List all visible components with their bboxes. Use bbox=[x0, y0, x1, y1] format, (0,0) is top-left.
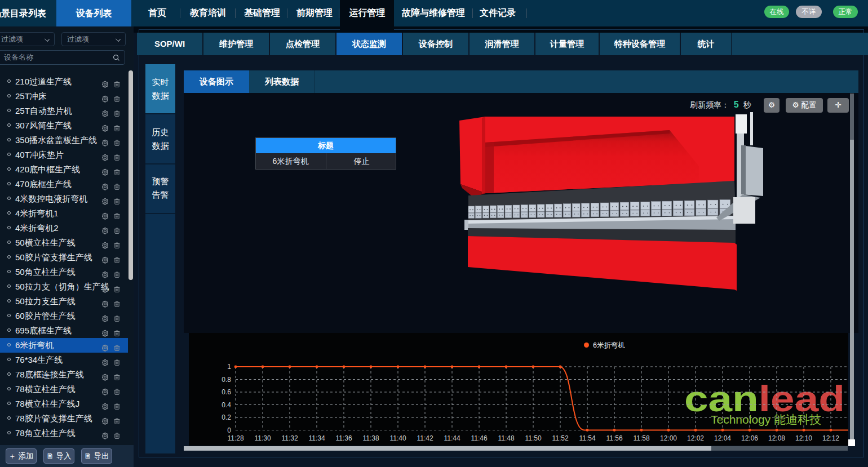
svg-text:11:58: 11:58 bbox=[633, 434, 649, 442]
svg-text:11:40: 11:40 bbox=[389, 434, 406, 442]
svg-text:12:04: 12:04 bbox=[714, 434, 731, 442]
svg-text:11:38: 11:38 bbox=[362, 434, 379, 442]
svg-text:11:42: 11:42 bbox=[417, 434, 433, 442]
svg-text:12:02: 12:02 bbox=[687, 434, 704, 442]
svg-text:0.8: 0.8 bbox=[222, 376, 231, 384]
svg-text:11:36: 11:36 bbox=[335, 434, 352, 442]
svg-text:1: 1 bbox=[227, 363, 231, 371]
svg-text:11:48: 11:48 bbox=[498, 434, 514, 442]
svg-text:11:34: 11:34 bbox=[308, 434, 325, 442]
svg-text:11:56: 11:56 bbox=[606, 434, 622, 442]
svg-text:11:32: 11:32 bbox=[281, 434, 298, 442]
svg-text:12:08: 12:08 bbox=[768, 434, 785, 442]
svg-text:0: 0 bbox=[227, 426, 231, 434]
svg-text:12:10: 12:10 bbox=[795, 434, 812, 442]
svg-text:11:28: 11:28 bbox=[227, 434, 243, 442]
svg-text:12:06: 12:06 bbox=[741, 434, 758, 442]
svg-text:11:50: 11:50 bbox=[525, 434, 541, 442]
svg-text:0.4: 0.4 bbox=[222, 401, 231, 409]
svg-text:0.2: 0.2 bbox=[222, 413, 231, 421]
svg-text:11:46: 11:46 bbox=[471, 434, 487, 442]
svg-text:11:44: 11:44 bbox=[444, 434, 460, 442]
svg-text:11:52: 11:52 bbox=[552, 434, 568, 442]
svg-text:11:30: 11:30 bbox=[254, 434, 271, 442]
svg-text:12:12: 12:12 bbox=[822, 434, 839, 442]
svg-text:12:00: 12:00 bbox=[660, 434, 677, 442]
svg-text:11:54: 11:54 bbox=[579, 434, 595, 442]
svg-text:0.6: 0.6 bbox=[222, 388, 231, 396]
